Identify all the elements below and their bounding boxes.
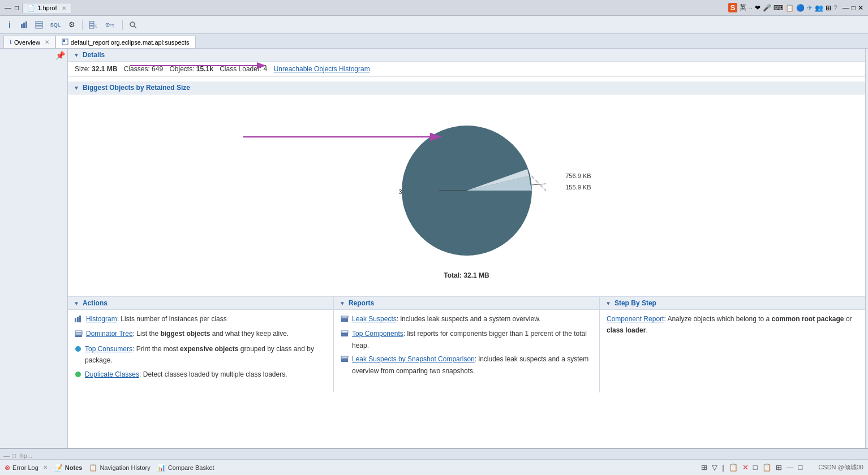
svg-rect-17	[63, 40, 65, 42]
details-bar: Size: 32.1 MB Classes: 649 Objects: 15.1…	[68, 62, 865, 77]
error-log-close[interactable]: ✕	[43, 464, 48, 470]
bottom-min-btn[interactable]: —	[3, 452, 10, 459]
tb-icon-6[interactable]: 📋	[785, 4, 794, 12]
dominator-tree-link[interactable]: Dominator Tree	[86, 330, 133, 338]
top-components-link[interactable]: Top Components	[352, 330, 403, 338]
window-minimize[interactable]: —	[5, 4, 11, 12]
pie-label-slice3: 155.9 KB	[565, 182, 591, 193]
status-tab-compare[interactable]: 📊 Compare Basket	[157, 464, 214, 472]
svg-rect-38	[341, 356, 348, 358]
tb-icon-10[interactable]: ⊞	[826, 4, 831, 12]
leak-suspects-link[interactable]: Leak Suspects	[352, 315, 397, 323]
title-tab-close[interactable]: ✕	[62, 5, 66, 11]
title-bar-left: — □ 📄 1.hprof ✕	[5, 3, 71, 13]
tab-default-report[interactable]: default_report org.eclipse.mat.api:suspe…	[55, 36, 196, 48]
reports-header[interactable]: ▼ Reports	[334, 297, 599, 310]
svg-point-33	[75, 372, 81, 377]
status-icon-5[interactable]: ✕	[742, 463, 749, 472]
error-log-label: Error Log	[12, 464, 38, 471]
chart-button[interactable]	[18, 19, 31, 31]
step-by-step-header[interactable]: ▼ Step By Step	[600, 297, 865, 310]
right-panel	[865, 49, 868, 448]
status-icon-4[interactable]: 📋	[729, 463, 738, 472]
tb-icon-7[interactable]: 🔵	[796, 4, 805, 12]
window-close-btn[interactable]: ✕	[858, 4, 863, 12]
actions-header[interactable]: ▼ Actions	[68, 297, 333, 310]
nav-history-icon: 📋	[89, 464, 97, 472]
unreachable-link[interactable]: Unreachable Objects Histogram	[274, 65, 370, 73]
classes-value: 649	[152, 65, 163, 73]
step-by-step-content: Component Report: Analyze objects which …	[600, 310, 865, 342]
info-button[interactable]: i	[3, 19, 16, 31]
tb-icon-5[interactable]: ⌨	[774, 4, 783, 12]
dominator-tree-item: Dominator Tree: List the biggest objects…	[75, 328, 326, 340]
bottom-max-btn[interactable]: □	[12, 452, 16, 459]
window-max-btn[interactable]: □	[852, 4, 856, 12]
duplicate-classes-link[interactable]: Duplicate Classes	[85, 370, 139, 378]
component-report-link[interactable]: Component Report	[607, 315, 664, 323]
leak-snapshot-icon	[341, 355, 349, 366]
reports-chevron: ▼	[340, 300, 345, 306]
status-icon-9[interactable]: —	[787, 463, 794, 472]
table-button[interactable]	[33, 19, 45, 31]
status-icon-2[interactable]: ▽	[712, 463, 717, 472]
status-tab-error-log[interactable]: ⊗ Error Log ✕	[5, 464, 48, 472]
tab-overview-close[interactable]: ✕	[45, 39, 49, 45]
svg-rect-3	[36, 21, 42, 23]
tb-icon-4[interactable]: 🎤	[763, 4, 771, 12]
sidebar-pin-icon[interactable]: 📌	[55, 51, 65, 60]
window-restore[interactable]: □	[15, 4, 19, 12]
status-icon-10[interactable]: □	[798, 463, 803, 472]
biggest-objects-chevron: ▼	[74, 85, 79, 91]
reports-content: Leak Suspects: includes leak suspects an…	[334, 310, 599, 382]
svg-rect-2	[25, 21, 27, 28]
details-section-header[interactable]: ▼ Details	[68, 49, 865, 62]
tb-icon-1[interactable]: 英	[740, 3, 746, 12]
top-consumers-icon	[75, 344, 81, 356]
tb-icon-9[interactable]: 👥	[815, 4, 823, 12]
histogram-link[interactable]: Histogram	[86, 315, 117, 323]
status-icon-3[interactable]: |	[722, 463, 724, 472]
top-components-icon	[341, 329, 349, 340]
status-icon-8[interactable]: ⊞	[776, 463, 782, 472]
tb-icon-11[interactable]: ?	[833, 4, 837, 12]
status-icon-7[interactable]: 📋	[762, 463, 771, 472]
tb-icon-8[interactable]: ✈	[807, 4, 813, 12]
svg-rect-35	[341, 318, 348, 322]
search-button[interactable]	[127, 19, 139, 31]
status-icon-1[interactable]: ⊞	[701, 463, 707, 472]
histogram-icon	[75, 314, 83, 326]
actions-section: ▼ Actions Histogram: Lists number of ins…	[68, 297, 334, 392]
leak-snapshot-link[interactable]: Leak Suspects by Snapshot Comparison	[352, 355, 475, 363]
sql-button[interactable]: SQL	[48, 19, 63, 31]
tb-icon-2[interactable]: ·∙	[749, 4, 753, 12]
tb-icon-3[interactable]: ❤	[755, 4, 760, 12]
bottom-sections: ▼ Actions Histogram: Lists number of ins…	[68, 296, 865, 392]
tab-overview-label: Overview	[14, 39, 40, 46]
window-minimize-btn[interactable]: —	[843, 4, 849, 12]
svg-line-15	[134, 26, 136, 28]
tab-bar: ℹ Overview ✕ default_report org.eclipse.…	[0, 34, 868, 49]
status-tab-nav-history[interactable]: 📋 Navigation History	[89, 464, 150, 472]
svg-point-32	[75, 346, 81, 352]
leak-snapshot-item: Leak Suspects by Snapshot Comparison: in…	[341, 353, 592, 377]
tab-overview[interactable]: ℹ Overview ✕	[3, 36, 55, 48]
pie-labels-right: 756.9 KB 155.9 KB	[565, 171, 591, 193]
biggest-objects-section-header[interactable]: ▼ Biggest Objects by Retained Size	[68, 81, 865, 94]
settings-button[interactable]: ⚙	[66, 19, 78, 31]
top-consumers-link[interactable]: Top Consumers	[85, 345, 132, 353]
title-tab-label: 1.hprof	[37, 5, 57, 11]
left-sidebar: 📌	[0, 49, 68, 448]
svg-rect-8	[89, 26, 94, 28]
filter-dropdown[interactable]: ▽	[101, 19, 118, 31]
status-icon-6[interactable]: □	[753, 463, 758, 472]
pie-total: Total: 32.1 MB	[444, 271, 489, 279]
svg-rect-36	[341, 331, 348, 332]
status-bar: ⊗ Error Log ✕ 📝 Notes 📋 Navigation Histo…	[0, 459, 868, 475]
status-tab-notes[interactable]: 📝 Notes	[54, 464, 83, 472]
leak-suspects-icon	[341, 314, 349, 326]
export-button[interactable]: ▽	[87, 19, 99, 31]
svg-rect-7	[89, 24, 94, 25]
dominator-tree-icon	[75, 329, 83, 340]
title-tab[interactable]: 📄 1.hprof ✕	[22, 3, 71, 13]
